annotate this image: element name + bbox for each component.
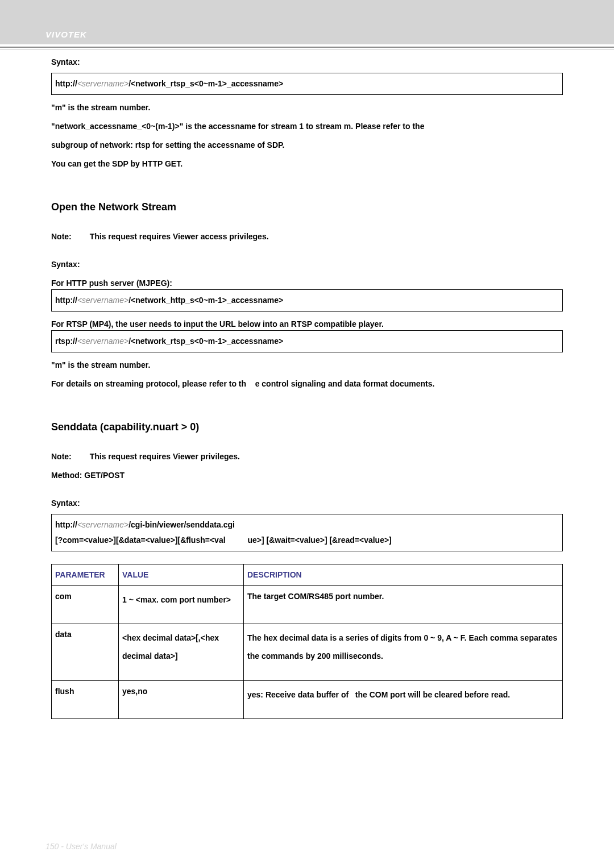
syntax-box-senddata: http://<servername>/cgi-bin/viewer/sendd… xyxy=(51,514,563,551)
method-line: Method: GET/POST xyxy=(51,470,563,481)
section-open-network-stream: Open the Network Stream xyxy=(51,200,563,215)
desc-flush-b: the COM port will be cleared before read… xyxy=(355,690,510,699)
cell-param-flush: flush xyxy=(52,680,119,719)
table-row: data <hex decimal data>[,<hex decimal da… xyxy=(52,624,563,680)
note-symbol-1: Note: xyxy=(51,232,72,241)
url-prefix-mjpeg: http:// xyxy=(55,296,77,305)
url-prefix-1: http:// xyxy=(55,79,77,88)
para-accessname-1: "network_accessname_<0~(m-1)>" is the ac… xyxy=(51,121,563,132)
url-servername-1: <servername> xyxy=(77,79,128,88)
para-m-stream: "m" is the stream number. xyxy=(51,102,563,114)
rtsp-label: For RTSP (MP4), the user needs to input … xyxy=(51,318,563,330)
url-servername-mjpeg: <servername> xyxy=(77,296,128,305)
page-footer: 150 - User's Manual xyxy=(45,842,117,851)
cell-value-data: <hex decimal data>[,<hex decimal data>] xyxy=(119,624,244,680)
url-params-senddata: [?com=<value>][&data=<value>][&flush=<va… xyxy=(55,534,559,546)
brand-label: VIVOTEK xyxy=(45,30,614,39)
header-divider-2 xyxy=(0,49,614,49)
th-description: DESCRIPTION xyxy=(244,564,563,586)
url-path-mjpeg: /<network_http_s<0~m-1>_accessname> xyxy=(128,296,283,305)
table-row: com 1 ~ <max. com port number> The targe… xyxy=(52,586,563,624)
desc-flush-a: yes: Receive data buffer of xyxy=(247,690,349,699)
url-path-senddata: /cgi-bin/viewer/senddata.cgi xyxy=(128,520,235,529)
cell-desc-com: The target COM/RS485 port number. xyxy=(244,586,563,624)
header-divider-1 xyxy=(0,47,614,48)
url-params-b: ue>] [&wait=<value>] [&read=<value>] xyxy=(247,535,391,545)
syntax-label-3: Syntax: xyxy=(51,497,563,509)
para-streaming-a: For details on streaming protocol, pleas… xyxy=(51,379,246,388)
url-prefix-senddata: http:// xyxy=(55,520,77,529)
mjpeg-label: For HTTP push server (MJPEG): xyxy=(51,277,563,289)
cell-value-com: 1 ~ <max. com port number> xyxy=(119,586,244,624)
cell-param-data: data xyxy=(52,624,119,680)
syntax-label-2: Syntax: xyxy=(51,259,563,271)
para-sdp-get: You can get the SDP by HTTP GET. xyxy=(51,158,563,170)
note-row-2: Note: This request requires Viewer privi… xyxy=(51,451,563,463)
params-table: PARAMETER VALUE DESCRIPTION com 1 ~ <max… xyxy=(51,564,563,719)
note-text-1: This request requires Viewer access priv… xyxy=(90,232,269,241)
url-params-a: [?com=<value>][&data=<value>][&flush=<va… xyxy=(55,535,226,545)
syntax-box-rtsp: rtsp://<servername>/<network_rtsp_s<0~m-… xyxy=(51,330,563,352)
th-parameter: PARAMETER xyxy=(52,564,119,586)
url-servername-senddata: <servername> xyxy=(77,520,128,529)
note-text-2: This request requires Viewer privileges. xyxy=(90,452,240,461)
para-accessname-2: subgroup of network: rtsp for setting th… xyxy=(51,139,563,151)
url-path-1: /<network_rtsp_s<0~m-1>_accessname> xyxy=(128,79,283,88)
url-prefix-rtsp: rtsp:// xyxy=(55,337,77,346)
syntax-box-mjpeg: http://<servername>/<network_http_s<0~m-… xyxy=(51,289,563,312)
cell-desc-data: The hex decimal data is a series of digi… xyxy=(244,624,563,680)
note-symbol-2: Note: xyxy=(51,452,72,461)
para-streaming-protocol: For details on streaming protocol, pleas… xyxy=(51,378,563,390)
para-m-stream-2: "m" is the stream number. xyxy=(51,359,563,371)
table-header-row: PARAMETER VALUE DESCRIPTION xyxy=(52,564,563,586)
cell-param-com: com xyxy=(52,586,119,624)
table-row: flush yes,no yes: Receive data buffer of… xyxy=(52,680,563,719)
th-value: VALUE xyxy=(119,564,244,586)
section-senddata: Senddata (capability.nuart > 0) xyxy=(51,420,563,435)
cell-desc-flush: yes: Receive data buffer of the COM port… xyxy=(244,680,563,719)
para-streaming-b: e control signaling and data format docu… xyxy=(255,379,435,388)
cell-value-flush: yes,no xyxy=(119,680,244,719)
syntax-box-1: http://<servername>/<network_rtsp_s<0~m-… xyxy=(51,73,563,95)
note-row-1: Note: This request requires Viewer acces… xyxy=(51,231,563,243)
url-servername-rtsp: <servername> xyxy=(77,337,128,346)
syntax-label-1: Syntax: xyxy=(51,56,563,68)
url-path-rtsp: /<network_rtsp_s<0~m-1>_accessname> xyxy=(128,337,283,346)
